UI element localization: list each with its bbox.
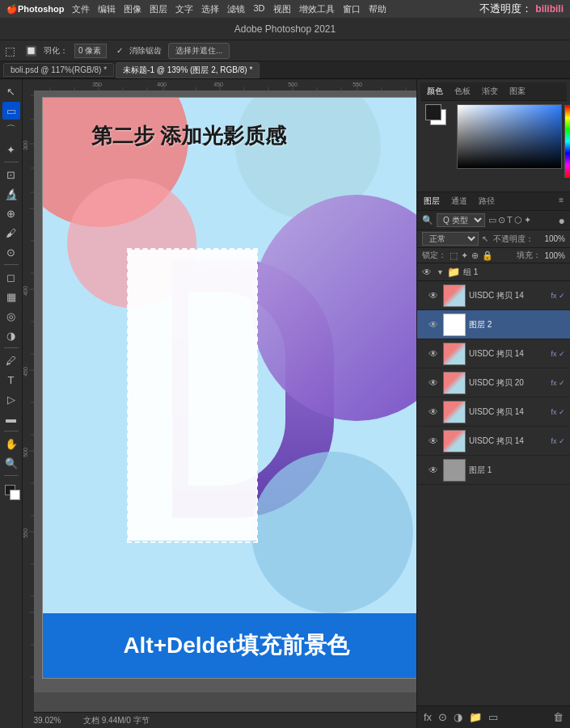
layer-item-0[interactable]: 👁 UISDC 拷贝 14 fx ✓ bbox=[417, 281, 570, 310]
layer-item-1[interactable]: 👁 图层 2 bbox=[417, 310, 570, 339]
heal-tool[interactable]: ⊕ bbox=[2, 204, 20, 222]
channels-tab[interactable]: 通道 bbox=[448, 194, 471, 208]
lock-all-icon[interactable]: 🔒 bbox=[482, 250, 493, 261]
fg-color-display[interactable] bbox=[425, 104, 441, 120]
tab-untitled[interactable]: 未标题-1 @ 139% (图层 2, RGB/8) * bbox=[116, 62, 260, 78]
layer-fx-0[interactable]: fx ✓ bbox=[551, 292, 565, 300]
lasso-tool[interactable]: ⌒ bbox=[2, 121, 20, 139]
menu-layer[interactable]: 图层 bbox=[150, 3, 167, 15]
layer-fx-5[interactable]: fx ✓ bbox=[551, 437, 565, 445]
eyedropper-tool[interactable]: 🔬 bbox=[2, 185, 20, 203]
color-gradient-picker[interactable] bbox=[457, 104, 562, 169]
menu-help[interactable]: 帮助 bbox=[369, 3, 386, 15]
layer-eye-6[interactable]: 👁 bbox=[429, 465, 440, 476]
lock-move-icon[interactable]: ✦ bbox=[461, 250, 468, 261]
new-layer-icon[interactable]: ▭ bbox=[487, 709, 500, 725]
path-select-tool[interactable]: ▷ bbox=[2, 390, 20, 408]
menu-plugins[interactable]: 增效工具 bbox=[299, 3, 335, 15]
group-name: 组 1 bbox=[463, 267, 565, 278]
layer-eye-3[interactable]: 👁 bbox=[429, 377, 440, 389]
canvas-area[interactable]: 300 400 450 500 550 bbox=[23, 79, 416, 728]
blur-tool[interactable]: ◎ bbox=[2, 307, 20, 325]
layer-group-1[interactable]: 👁 ▼ 📁 组 1 bbox=[417, 263, 570, 281]
layer-name-6: 图层 1 bbox=[469, 465, 565, 476]
panel-menu-icon[interactable]: ≡ bbox=[555, 194, 567, 208]
layer-fx-4[interactable]: fx ✓ bbox=[551, 408, 565, 416]
feather-input[interactable]: 0 像素 bbox=[74, 44, 107, 58]
filter-pixel-icon[interactable]: ▭ bbox=[488, 215, 496, 225]
clone-tool[interactable]: ⊙ bbox=[2, 243, 20, 261]
layer-item-2[interactable]: 👁 UISDC 拷贝 14 fx ✓ bbox=[417, 339, 570, 368]
zoom-level[interactable]: 139.02% bbox=[29, 716, 74, 725]
move-tool[interactable]: ↖ bbox=[2, 82, 20, 100]
blend-mode-select[interactable]: 正常 bbox=[422, 232, 479, 246]
layer-fx-3[interactable]: fx ✓ bbox=[551, 379, 565, 387]
menu-select[interactable]: 选择 bbox=[201, 3, 219, 15]
layers-tab[interactable]: 图层 bbox=[420, 194, 443, 208]
canvas-content: 第二步 添加光影质感 Alt+Deldet填充前景色 bbox=[34, 90, 416, 692]
filter-toggle[interactable]: ● bbox=[559, 214, 565, 227]
filter-type-icon[interactable]: T bbox=[507, 215, 513, 225]
antialias-checkbox[interactable]: ✓ bbox=[116, 46, 123, 55]
layer-item-6[interactable]: 👁 图层 1 bbox=[417, 456, 570, 485]
filter-smart-icon[interactable]: ✦ bbox=[524, 215, 531, 225]
menu-edit[interactable]: 编辑 bbox=[98, 3, 116, 15]
menu-view[interactable]: 视图 bbox=[273, 3, 291, 15]
color-swatches[interactable] bbox=[2, 482, 20, 500]
group-collapse-icon[interactable]: ▼ bbox=[437, 268, 444, 276]
layer-eye-4[interactable]: 👁 bbox=[429, 406, 440, 418]
filter-shape-icon[interactable]: ⬡ bbox=[514, 215, 522, 225]
type-tool[interactable]: T bbox=[2, 371, 20, 389]
layer-eye-5[interactable]: 👁 bbox=[429, 436, 440, 447]
eraser-tool[interactable]: ◻ bbox=[2, 268, 20, 286]
add-mask-icon[interactable]: ⊙ bbox=[437, 709, 449, 725]
layer-item-3[interactable]: 👁 UISDC 拷贝 20 fx ✓ bbox=[417, 368, 570, 398]
opacity-value[interactable]: 100% bbox=[537, 234, 565, 243]
pattern-tab[interactable]: 图案 bbox=[506, 84, 529, 99]
marquee-tool[interactable]: ▭ bbox=[2, 102, 20, 120]
color-tab[interactable]: 颜色 bbox=[424, 84, 446, 99]
dodge-tool[interactable]: ◑ bbox=[2, 326, 20, 344]
crop-tool[interactable]: ⊡ bbox=[2, 166, 20, 183]
tab-boli[interactable]: boli.psd @ 117%(RGB/8) * bbox=[3, 63, 114, 77]
group-eye-icon[interactable]: 👁 bbox=[422, 267, 433, 278]
gradient-tool[interactable]: ▦ bbox=[2, 288, 20, 305]
filter-adjust-icon[interactable]: ⊙ bbox=[498, 215, 505, 225]
layer-type-filter[interactable]: Q 类型 bbox=[437, 213, 485, 227]
layer-eye-0[interactable]: 👁 bbox=[429, 290, 440, 301]
background-color[interactable] bbox=[10, 490, 20, 500]
new-group-icon[interactable]: 📁 bbox=[467, 709, 483, 725]
select-and-mask-button[interactable]: 选择并遮住... bbox=[168, 43, 230, 59]
pen-tool[interactable]: 🖊 bbox=[2, 351, 20, 369]
brush-tool[interactable]: 🖌 bbox=[2, 224, 20, 242]
delete-layer-icon[interactable]: 🗑 bbox=[551, 709, 565, 725]
zoom-tool[interactable]: 🔍 bbox=[2, 454, 20, 472]
lock-artboard-icon[interactable]: ⊕ bbox=[471, 250, 479, 261]
layer-eye-1[interactable]: 👁 bbox=[429, 319, 440, 330]
menu-image[interactable]: 图像 bbox=[124, 3, 141, 15]
ruler-top: 350 400 450 500 550 600 650 bbox=[34, 79, 416, 90]
fill-value[interactable]: 100% bbox=[544, 251, 565, 260]
app-name: Photoshop bbox=[18, 4, 64, 14]
swatches-tab[interactable]: 色板 bbox=[451, 84, 474, 99]
fg-bg-color-display[interactable] bbox=[425, 104, 451, 130]
apple-icon[interactable]: 🍎 bbox=[6, 4, 18, 15]
layer-item-4[interactable]: 👁 UISDC 拷贝 14 fx ✓ bbox=[417, 398, 570, 427]
hand-tool[interactable]: ✋ bbox=[2, 435, 20, 452]
layer-eye-2[interactable]: 👁 bbox=[429, 348, 440, 360]
menu-window[interactable]: 窗口 bbox=[343, 3, 361, 15]
adjustment-icon[interactable]: ◑ bbox=[452, 709, 464, 725]
lock-pixel-icon[interactable]: ⬚ bbox=[450, 250, 458, 261]
layer-item-5[interactable]: 👁 UISDC 拷贝 14 fx ✓ bbox=[417, 427, 570, 456]
gradient-tab[interactable]: 渐变 bbox=[479, 84, 501, 99]
shape-tool[interactable]: ▬ bbox=[2, 410, 20, 427]
menu-type[interactable]: 文字 bbox=[175, 3, 193, 15]
menu-file[interactable]: 文件 bbox=[72, 3, 90, 15]
fx-bottom-icon[interactable]: fx bbox=[422, 709, 433, 725]
layer-fx-2[interactable]: fx ✓ bbox=[551, 350, 565, 358]
wand-tool[interactable]: ✦ bbox=[2, 141, 20, 158]
menu-filter[interactable]: 滤镜 bbox=[227, 3, 245, 15]
hue-slider[interactable] bbox=[564, 105, 571, 178]
paths-tab[interactable]: 路径 bbox=[475, 194, 498, 208]
menu-3d[interactable]: 3D bbox=[253, 3, 264, 15]
